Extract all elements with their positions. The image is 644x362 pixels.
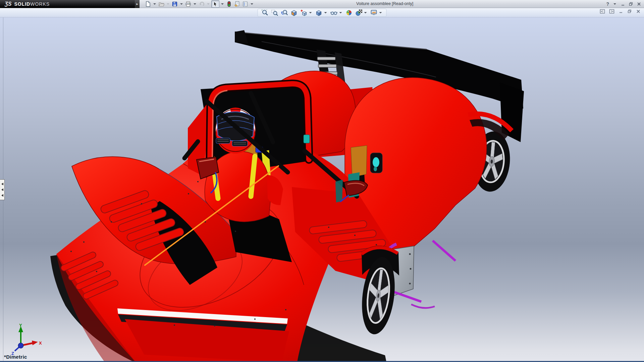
close-button[interactable] bbox=[637, 2, 641, 6]
view-orientation-icon bbox=[300, 9, 308, 16]
expand-right-pane-button[interactable] bbox=[609, 9, 614, 14]
options-button[interactable] bbox=[241, 1, 249, 7]
save-button[interactable] bbox=[171, 1, 178, 7]
save-dropdown-caret-icon[interactable] bbox=[180, 3, 183, 5]
help-dropdown-caret-icon[interactable] bbox=[613, 3, 616, 5]
view-orientation-caret-icon[interactable] bbox=[309, 12, 312, 13]
undo-dropdown-caret-icon bbox=[207, 3, 210, 5]
title-bar: ƷS SOLIDWORKS ▸ bbox=[0, 0, 644, 8]
view-orientation-label: *Dimetric bbox=[4, 354, 27, 360]
window-controls: ? bbox=[606, 0, 641, 8]
restore-icon bbox=[629, 2, 633, 6]
menu-strip bbox=[0, 8, 644, 17]
solidworks-logo-glyph: ƷS bbox=[5, 1, 11, 7]
heads-up-view-toolbar bbox=[258, 9, 387, 17]
display-style-caret-icon[interactable] bbox=[324, 12, 327, 13]
apply-scene-caret-icon[interactable] bbox=[364, 12, 367, 13]
document-title: Voiture assomblee [Read-only] bbox=[356, 1, 413, 6]
view-orientation-button[interactable] bbox=[300, 9, 313, 16]
roll-bar-teal-chip bbox=[304, 135, 310, 143]
file-properties-icon bbox=[234, 1, 240, 7]
print-dropdown-caret-icon[interactable] bbox=[194, 3, 196, 5]
previous-view-icon bbox=[281, 9, 288, 16]
options-dropdown-caret-icon[interactable] bbox=[251, 3, 253, 5]
appearance-ball-icon bbox=[345, 9, 353, 16]
apply-scene-button[interactable] bbox=[355, 9, 368, 16]
feature-tree-collapsed-tab[interactable] bbox=[0, 179, 5, 200]
doc-restore-button[interactable] bbox=[627, 9, 632, 14]
expand-tree-arrow-icon bbox=[1, 194, 3, 197]
expand-tree-arrow-icon bbox=[1, 183, 3, 185]
edit-appearance-button[interactable] bbox=[345, 9, 353, 16]
triad-x-label: X bbox=[39, 341, 42, 346]
open-dropdown-caret-icon bbox=[167, 3, 169, 5]
zoom-to-fit-button[interactable] bbox=[261, 9, 269, 16]
display-style-icon bbox=[315, 9, 323, 16]
save-floppy-icon bbox=[172, 1, 178, 7]
rebuild-traffic-light-icon bbox=[226, 1, 232, 7]
close-icon bbox=[637, 2, 641, 6]
new-document-icon bbox=[145, 1, 151, 7]
doc-minimize-button[interactable] bbox=[619, 9, 623, 14]
zoom-to-area-icon bbox=[271, 9, 278, 16]
solidworks-logo: ƷS SOLIDWORKS bbox=[0, 0, 135, 8]
front-right-wheel[interactable] bbox=[358, 246, 399, 336]
undo-arrow-icon bbox=[199, 1, 205, 7]
rebuild-button[interactable] bbox=[225, 1, 233, 7]
doc-minimize-icon bbox=[619, 9, 623, 14]
new-document-button[interactable] bbox=[144, 1, 152, 7]
eyeglasses-icon bbox=[330, 9, 338, 16]
help-button[interactable]: ? bbox=[606, 1, 609, 7]
expand-right-pane-icon bbox=[609, 9, 614, 14]
menu-expand-arrow[interactable]: ▸ bbox=[135, 0, 140, 8]
document-window-controls bbox=[600, 9, 641, 14]
options-checklist-icon bbox=[242, 1, 248, 7]
file-properties-button[interactable] bbox=[233, 1, 241, 7]
new-dropdown-caret-icon[interactable] bbox=[153, 3, 156, 5]
view-settings-monitor-icon bbox=[370, 9, 378, 16]
doc-close-icon bbox=[636, 9, 641, 14]
restore-button[interactable] bbox=[629, 2, 633, 6]
solidworks-logo-text: SOLIDWORKS bbox=[14, 1, 50, 7]
hide-show-caret-icon[interactable] bbox=[339, 12, 342, 13]
open-document-button[interactable] bbox=[158, 1, 165, 7]
view-settings-button[interactable] bbox=[370, 9, 383, 16]
zoom-to-area-button[interactable] bbox=[271, 9, 278, 16]
apply-scene-icon bbox=[355, 9, 363, 16]
hide-show-items-button[interactable] bbox=[330, 9, 343, 16]
minimize-button[interactable] bbox=[621, 2, 625, 6]
undo-button bbox=[198, 1, 205, 7]
display-style-button[interactable] bbox=[315, 9, 328, 16]
doc-close-button[interactable] bbox=[636, 9, 641, 14]
select-cursor-icon bbox=[212, 1, 218, 7]
print-button[interactable] bbox=[184, 1, 192, 7]
expand-tree-arrow-icon bbox=[1, 188, 3, 191]
minimize-icon bbox=[621, 2, 625, 6]
graphics-viewport[interactable]: Y X Z *Dimetric bbox=[0, 17, 644, 362]
collapse-left-pane-icon bbox=[600, 9, 605, 14]
race-car-model[interactable] bbox=[0, 17, 644, 362]
print-icon bbox=[185, 1, 191, 7]
select-dropdown-caret-icon[interactable] bbox=[221, 3, 224, 5]
reference-triad: Y X Z bbox=[5, 323, 42, 356]
select-tool-button[interactable] bbox=[211, 0, 219, 8]
open-folder-icon bbox=[158, 1, 164, 7]
collapse-left-pane-button[interactable] bbox=[600, 9, 605, 14]
section-view-icon bbox=[290, 9, 298, 16]
previous-view-button[interactable] bbox=[281, 9, 288, 16]
view-settings-caret-icon[interactable] bbox=[379, 12, 382, 13]
zoom-to-fit-icon bbox=[261, 9, 269, 16]
section-view-button[interactable] bbox=[290, 9, 298, 16]
doc-restore-icon bbox=[627, 9, 632, 14]
standard-toolbar bbox=[144, 0, 254, 8]
cyan-gauge bbox=[370, 153, 382, 173]
triad-y-label: Y bbox=[19, 323, 22, 328]
